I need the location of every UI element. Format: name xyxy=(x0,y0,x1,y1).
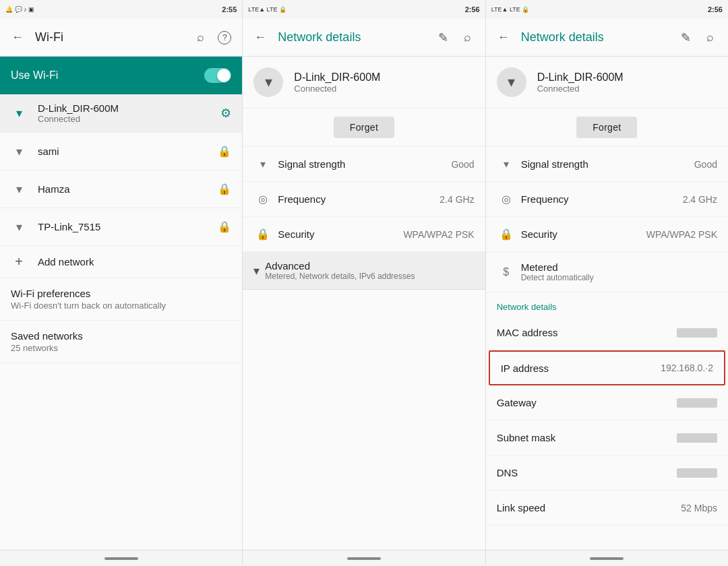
network-name-2: D-Link_DIR-600M xyxy=(294,71,380,84)
lock-icon-hamza: 🔒 xyxy=(218,183,231,195)
link-speed-label: Link speed xyxy=(497,502,681,513)
forget-button-2[interactable]: Forget xyxy=(334,117,394,138)
frequency-icon-3: ◎ xyxy=(497,193,516,206)
network-header-3: ▾ D-Link_DIR-600M Connected xyxy=(486,57,728,108)
signal-value-3: Good xyxy=(694,159,717,170)
wifi-title: Wi-Fi xyxy=(35,30,188,44)
nav-seg-1 xyxy=(0,551,243,566)
search-button[interactable]: ⌕ xyxy=(188,26,212,50)
network-wifi-icon-2: ▾ xyxy=(265,73,272,91)
link-speed-row: Link speed 52 Mbps xyxy=(486,491,728,526)
forget-button-3[interactable]: Forget xyxy=(576,117,637,138)
nav-pill-3 xyxy=(590,557,624,560)
wifi-item-connected[interactable]: ▾ D-Link_DIR-600M Connected ⚙ xyxy=(0,94,242,133)
network-details-title-2: Network details xyxy=(278,30,431,44)
network-header-2: ▾ D-Link_DIR-600M Connected xyxy=(243,57,485,108)
wifi-connected-info: D-Link_DIR-600M Connected xyxy=(38,102,220,124)
status-icons-2: LTE▲ LTE 🔒 xyxy=(248,6,286,13)
wifi-connected-status: Connected xyxy=(38,114,220,124)
dns-value xyxy=(677,468,717,478)
add-network-info: Add network xyxy=(38,256,231,268)
detail-signal-2: ▾ Signal strength Good xyxy=(243,147,485,182)
search-button-3[interactable]: ⌕ xyxy=(698,26,723,50)
wifi-app-bar: ← Wi-Fi ⌕ ? xyxy=(0,19,242,57)
mac-address-value xyxy=(677,328,717,338)
nav-seg-2 xyxy=(243,551,485,566)
wifi-item-tplink[interactable]: ▾ TP-Link_7515 🔒 xyxy=(0,208,242,246)
chevron-down-icon: ▾ xyxy=(253,263,260,278)
advanced-title: Advanced xyxy=(265,260,415,272)
search-button-2[interactable]: ⌕ xyxy=(456,26,480,50)
search-icon-3: ⌕ xyxy=(706,30,714,44)
status-icons-1: 🔔 💬 ♪ ▣ xyxy=(5,6,34,13)
back-icon-2: ← xyxy=(254,30,266,44)
back-button-2[interactable]: ← xyxy=(248,26,272,50)
panels-container: ← Wi-Fi ⌕ ? Use Wi-Fi ▾ D-Link_DIR-600M … xyxy=(0,19,728,550)
status-bar: 🔔 💬 ♪ ▣ 2:55 LTE▲ LTE 🔒 2:56 LTE▲ LTE 🔒 … xyxy=(0,0,728,19)
frequency-value-2: 2.4 GHz xyxy=(439,194,474,205)
wifi-preferences-title: Wi-Fi preferences xyxy=(11,288,231,299)
forget-btn-row-2: Forget xyxy=(243,108,485,147)
security-label-3: Security xyxy=(521,228,646,240)
gateway-value xyxy=(677,398,717,408)
mac-address-row: MAC address xyxy=(486,315,728,350)
frequency-value-3: 2.4 GHz xyxy=(683,194,717,205)
network-details-app-bar-3: ← Network details ✎ ⌕ xyxy=(486,19,728,57)
subnet-mask-row: Subnet mask xyxy=(486,420,728,455)
help-icon: ? xyxy=(218,31,231,44)
security-icon-2: 🔒 xyxy=(253,228,272,241)
edit-button-3[interactable]: ✎ xyxy=(674,26,698,50)
dns-label: DNS xyxy=(497,467,677,478)
status-time-2: 2:56 xyxy=(465,5,480,13)
wifi-list-panel: ← Wi-Fi ⌕ ? Use Wi-Fi ▾ D-Link_DIR-600M … xyxy=(0,19,243,550)
back-button[interactable]: ← xyxy=(5,26,30,50)
network-info-3: D-Link_DIR-600M Connected xyxy=(537,71,624,94)
wifi-toggle-switch[interactable] xyxy=(204,68,231,83)
advanced-row[interactable]: ▾ Advanced Metered, Network details, IPv… xyxy=(243,252,485,290)
network-avatar-2: ▾ xyxy=(253,67,283,97)
gear-icon[interactable]: ⚙ xyxy=(220,106,231,121)
saved-networks-item[interactable]: Saved networks 25 networks xyxy=(0,321,242,363)
wifi-toggle-label: Use Wi-Fi xyxy=(11,69,204,82)
wifi-preferences-item[interactable]: Wi-Fi preferences Wi-Fi doesn't turn bac… xyxy=(0,278,242,321)
status-icons-3: LTE▲ LTE 🔒 xyxy=(491,6,530,13)
lock-icon-tplink: 🔒 xyxy=(218,220,231,233)
ip-address-label: IP address xyxy=(501,363,661,374)
forget-btn-row-3: Forget xyxy=(486,108,728,147)
help-button[interactable]: ? xyxy=(212,26,237,50)
metered-label-3: Metered xyxy=(521,261,717,273)
network-avatar-3: ▾ xyxy=(497,67,526,97)
gateway-row: Gateway xyxy=(486,385,728,420)
network-details-panel-3: ← Network details ✎ ⌕ ▾ D-Link_DIR-600M … xyxy=(486,19,728,550)
detail-frequency-3: ◎ Frequency 2.4 GHz xyxy=(486,182,728,217)
edit-button-2[interactable]: ✎ xyxy=(431,26,456,50)
wifi-toggle-row[interactable]: Use Wi-Fi xyxy=(0,57,242,94)
security-label-2: Security xyxy=(278,228,403,240)
wifi-signal-icon-tplink: ▾ xyxy=(11,220,27,234)
wifi-item-hamza[interactable]: ▾ Hamza 🔒 xyxy=(0,170,242,208)
signal-value-2: Good xyxy=(451,159,474,170)
nav-pill-1 xyxy=(104,557,138,560)
add-network-label: Add network xyxy=(38,256,231,268)
bottom-bar xyxy=(0,550,728,566)
back-button-3[interactable]: ← xyxy=(491,26,516,50)
detail-signal-3: ▾ Signal strength Good xyxy=(486,147,728,182)
mac-address-label: MAC address xyxy=(497,327,677,338)
network-status-2: Connected xyxy=(294,84,380,94)
wifi-signal-icon-connected: ▾ xyxy=(11,106,27,121)
network-details-section-header: Network details xyxy=(486,292,728,315)
wifi-sami-name: sami xyxy=(38,146,218,157)
frequency-label-3: Frequency xyxy=(521,193,683,205)
gateway-label: Gateway xyxy=(497,397,677,408)
add-network-item[interactable]: + Add network xyxy=(0,246,242,278)
signal-icon-3: ▾ xyxy=(497,158,516,170)
lock-icon-sami: 🔒 xyxy=(218,145,231,158)
signal-icon-2: ▾ xyxy=(253,158,272,170)
ip-address-value: 192.168.0.·2 xyxy=(661,363,713,373)
frequency-label-2: Frequency xyxy=(278,193,439,205)
back-icon-3: ← xyxy=(497,30,510,44)
advanced-sub: Metered, Network details, IPv6 addresses xyxy=(265,272,415,281)
detail-security-2: 🔒 Security WPA/WPA2 PSK xyxy=(243,217,485,252)
wifi-item-sami[interactable]: ▾ sami 🔒 xyxy=(0,133,242,170)
wifi-preferences-sub: Wi-Fi doesn't turn back on automatically xyxy=(11,301,231,311)
